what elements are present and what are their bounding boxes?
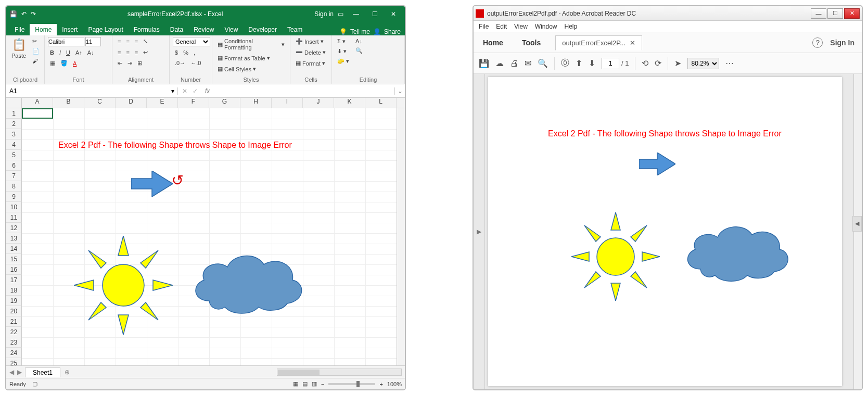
tools-pane-toggle[interactable]: ◀ [852, 216, 862, 232]
indent-inc-button[interactable]: ⇥ [125, 59, 134, 68]
fill-button[interactable]: ⬇ ▾ [335, 47, 351, 56]
row-24[interactable]: 24 [6, 348, 22, 358]
menu-edit[interactable]: Edit [496, 23, 507, 30]
col-C[interactable]: C [84, 98, 116, 108]
fx-icon[interactable]: fx [202, 87, 213, 95]
dropdown-icon[interactable]: ▾ [171, 87, 174, 95]
row-8[interactable]: 8 [6, 181, 22, 192]
grow-font-button[interactable]: A↑ [73, 48, 84, 57]
row-12[interactable]: 12 [6, 223, 22, 233]
pdf-page[interactable]: Excel 2 Pdf - The following Shape throws… [488, 77, 842, 386]
col-J[interactable]: J [303, 98, 334, 108]
vertical-scrollbar[interactable] [853, 74, 862, 389]
tab-review[interactable]: Review [188, 24, 219, 35]
signin-label[interactable]: Sign in [314, 10, 334, 18]
paste-button[interactable]: 📋 Paste [9, 37, 28, 60]
cancel-formula-icon[interactable]: ✕ [182, 87, 187, 95]
tab-pagelayout[interactable]: Page Layout [83, 24, 128, 35]
tab-view[interactable]: View [220, 24, 244, 35]
home-tab[interactable]: Home [474, 39, 513, 47]
inc-decimal-button[interactable]: .0→ [173, 59, 187, 67]
fmt-table-button[interactable]: ▦ Format as Table ▾ [215, 54, 272, 62]
find-select-button[interactable]: 🔍 [353, 46, 365, 55]
col-F[interactable]: F [178, 98, 209, 108]
row-14[interactable]: 14 [6, 244, 22, 254]
horizontal-scrollbar[interactable] [74, 369, 405, 376]
expand-formula-bar-button[interactable]: ⌄ [394, 87, 405, 95]
nav-back-icon[interactable]: ⟲ [642, 58, 648, 68]
col-D[interactable]: D [116, 98, 147, 108]
row-17[interactable]: 17 [6, 275, 22, 285]
italic-button[interactable]: I [57, 48, 63, 57]
align-left-button[interactable]: ≡ [116, 48, 123, 57]
view-pagelayout-icon[interactable]: ▤ [302, 380, 308, 387]
col-H[interactable]: H [240, 98, 272, 108]
align-bot-button[interactable]: ≡ [133, 37, 140, 46]
selected-cell-A1[interactable] [22, 108, 53, 119]
menu-view[interactable]: View [514, 23, 528, 30]
align-top-button[interactable]: ≡ [116, 37, 123, 46]
nav-pane-toggle[interactable]: ▶ [474, 74, 485, 389]
indent-dec-button[interactable]: ⇤ [116, 59, 124, 68]
row-3[interactable]: 3 [6, 129, 22, 139]
dec-decimal-button[interactable]: ←.0 [188, 59, 203, 67]
row-1[interactable]: 1 [6, 108, 22, 119]
document-tab[interactable]: outputErrorExcel2P... ✕ [555, 35, 642, 50]
cell-styles-button[interactable]: ▦ Cell Styles ▾ [215, 65, 258, 73]
row-22[interactable]: 22 [6, 327, 22, 337]
tab-formulas[interactable]: Formulas [129, 24, 165, 35]
align-center-button[interactable]: ≡ [124, 48, 131, 57]
share-label[interactable]: Share [384, 28, 401, 35]
cells-format-button[interactable]: ▦ Format ▾ [293, 59, 327, 68]
zoom-in-button[interactable]: + [379, 381, 382, 387]
font-size-input[interactable] [85, 37, 101, 46]
close-tab-icon[interactable]: ✕ [630, 39, 635, 47]
fill-color-button[interactable]: 🪣 [58, 59, 70, 68]
minimize-button[interactable]: — [348, 10, 364, 18]
col-L[interactable]: L [365, 98, 397, 108]
save-icon[interactable]: 💾 [9, 10, 17, 18]
format-painter-button[interactable]: 🖌 [30, 57, 42, 65]
row-9[interactable]: 9 [6, 192, 22, 202]
cut-button[interactable]: ✂ [30, 37, 42, 46]
signin-link[interactable]: Sign In [830, 39, 854, 47]
tab-insert[interactable]: Insert [57, 24, 83, 35]
col-E[interactable]: E [147, 98, 178, 108]
row-23[interactable]: 23 [6, 337, 22, 348]
menu-window[interactable]: Window [535, 23, 557, 30]
align-right-button[interactable]: ≡ [133, 48, 140, 57]
col-A[interactable]: A [22, 98, 53, 108]
zoom-slider[interactable] [328, 383, 375, 385]
cloud-shape[interactable] [188, 249, 308, 319]
new-sheet-button[interactable]: ⊕ [60, 369, 74, 376]
row-11[interactable]: 11 [6, 212, 22, 223]
comma-button[interactable]: , [192, 48, 197, 57]
borders-button[interactable]: ▦ [48, 59, 57, 68]
sheet-tab-1[interactable]: Sheet1 [25, 367, 60, 377]
font-name-input[interactable] [48, 37, 84, 46]
zoom-value[interactable]: 100% [387, 381, 402, 387]
macro-record-icon[interactable]: ▢ [32, 380, 37, 387]
maximize-button[interactable]: ☐ [827, 8, 843, 19]
email-icon[interactable]: ✉ [525, 58, 531, 68]
shrink-font-button[interactable]: A↓ [85, 48, 96, 57]
zoom-out-button[interactable]: − [321, 381, 324, 387]
number-format-select[interactable]: General [173, 37, 210, 46]
nav-fwd-icon[interactable]: ⟳ [655, 58, 661, 68]
cond-fmt-button[interactable]: ▦ Conditional Formatting ▾ [215, 37, 287, 52]
page-down-icon[interactable]: ⬇ [589, 58, 595, 68]
save-icon[interactable]: 💾 [479, 58, 489, 68]
zoom-select[interactable]: 80.2% [687, 58, 719, 69]
select-tool-icon[interactable]: ➤ [674, 58, 681, 68]
sort-filter-button[interactable]: A↓ [353, 37, 365, 45]
row-4[interactable]: 4 [6, 139, 22, 150]
menu-file[interactable]: File [479, 23, 489, 30]
bold-button[interactable]: B [48, 48, 56, 57]
sun-shape[interactable] [74, 236, 173, 337]
percent-button[interactable]: % [181, 48, 190, 57]
column-headers[interactable]: A B C D E F G H I J K L [6, 98, 405, 108]
tab-file[interactable]: File [9, 24, 30, 35]
arrow-shape[interactable] [131, 171, 173, 197]
maximize-button[interactable]: ☐ [366, 10, 383, 18]
col-B[interactable]: B [53, 98, 84, 108]
